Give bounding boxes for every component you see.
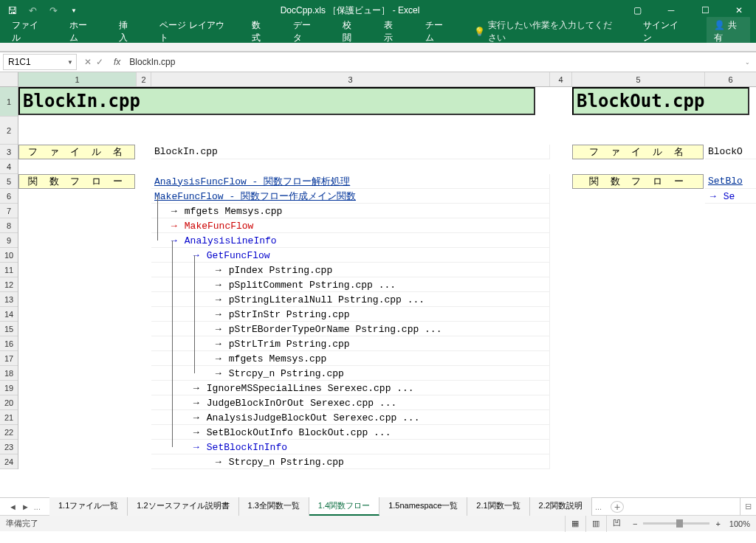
flow-item[interactable]: → GetFuncFlow bbox=[151, 248, 550, 263]
row-header[interactable]: 8 bbox=[0, 218, 18, 233]
ribbon-display-options[interactable]: ▢ bbox=[620, 5, 654, 15]
row-header[interactable]: 2 bbox=[0, 117, 18, 145]
normal-view-icon[interactable]: ▦ bbox=[565, 516, 585, 532]
tab-insert[interactable]: 挿入 bbox=[113, 15, 141, 49]
minimize-button[interactable]: ─ bbox=[654, 0, 688, 21]
file-value-right[interactable]: BlockO bbox=[705, 145, 756, 159]
flow-item[interactable]: → pSplitComment Pstring.cpp ... bbox=[151, 277, 550, 292]
row-header[interactable]: 11 bbox=[0, 263, 18, 277]
row-header[interactable]: 3 bbox=[0, 145, 18, 159]
sheet-tab[interactable]: 1.1ファイル一覧 bbox=[49, 497, 128, 516]
flow-item[interactable]: → IgnoreMSSpecialLines Serexec.cpp ... bbox=[151, 381, 550, 395]
flow-item-r6[interactable]: → Se bbox=[705, 189, 756, 204]
tab-team[interactable]: チーム bbox=[419, 15, 456, 49]
flow-item[interactable]: → Strcpy_n Pstring.cpp bbox=[151, 454, 550, 469]
row-header[interactable]: 12 bbox=[0, 277, 18, 292]
row-header[interactable]: 16 bbox=[0, 336, 18, 351]
flow-item[interactable]: → MakeFuncFlow bbox=[151, 218, 550, 233]
row-headers[interactable]: 123456789101112131415161718192021222324 bbox=[0, 87, 18, 469]
file-label-right[interactable]: フ ァ イ ル 名 bbox=[572, 145, 704, 159]
column-header[interactable]: 1 bbox=[18, 72, 137, 86]
page-break-view-icon[interactable]: 凹 bbox=[606, 516, 627, 532]
zoom-out-icon[interactable]: − bbox=[633, 519, 637, 528]
flow-item[interactable]: → pIndex Pstring.cpp bbox=[151, 263, 550, 277]
formula-input[interactable]: BlockIn.cpp bbox=[126, 57, 738, 67]
name-box[interactable]: R1C1 ▼ bbox=[3, 54, 77, 70]
sheet-nav-first-icon[interactable]: ◄ bbox=[9, 502, 17, 511]
flow-label-right[interactable]: 関 数 フ ロ ー bbox=[572, 174, 704, 189]
sheet-tab[interactable]: 1.4関数フロー bbox=[309, 497, 379, 516]
row-header[interactable]: 14 bbox=[0, 307, 18, 322]
tab-file[interactable]: ファイル bbox=[6, 15, 50, 49]
tab-data[interactable]: データ bbox=[287, 15, 323, 49]
row-header[interactable]: 5 bbox=[0, 174, 18, 189]
sheet-tab[interactable]: 2.2関数説明 bbox=[530, 497, 592, 516]
row-header[interactable]: 19 bbox=[0, 381, 18, 395]
zoom-slider[interactable]: − + bbox=[633, 519, 721, 528]
column-headers[interactable]: 123456 bbox=[18, 72, 756, 87]
flow-item[interactable]: → pStrLTrim Pstring.cpp bbox=[151, 336, 550, 351]
undo-icon[interactable]: ↶ bbox=[27, 4, 38, 16]
flow-label[interactable]: 関 数 フ ロ ー bbox=[18, 174, 135, 189]
flow-item[interactable]: → mfgets Memsys.cpp bbox=[151, 204, 550, 218]
fx-icon[interactable]: fx bbox=[108, 57, 126, 67]
row-header[interactable]: 15 bbox=[0, 322, 18, 336]
column-header[interactable]: 4 bbox=[550, 72, 572, 86]
spreadsheet-grid[interactable]: 123456 123456789101112131415161718192021… bbox=[0, 72, 756, 497]
tab-home[interactable]: ホーム bbox=[63, 15, 100, 49]
share-button[interactable]: 👤 共有 bbox=[707, 17, 750, 46]
flow-item[interactable]: MakeFuncFlow - 関数フロー作成メイン関数 bbox=[151, 189, 550, 204]
row-header[interactable]: 20 bbox=[0, 395, 18, 410]
row-header[interactable]: 7 bbox=[0, 204, 18, 218]
new-sheet-button[interactable]: + bbox=[611, 501, 624, 513]
sheet-tab[interactable]: 1.2ソースファイル説明書 bbox=[128, 497, 238, 516]
sheet-nav-next-icon[interactable]: ► bbox=[21, 502, 30, 511]
tab-page-layout[interactable]: ページ レイアウト bbox=[154, 15, 233, 49]
formula-expand-icon[interactable]: ⌄ bbox=[738, 59, 756, 66]
column-header[interactable]: 6 bbox=[705, 72, 756, 86]
row-header[interactable]: 6 bbox=[0, 189, 18, 204]
row-header[interactable]: 10 bbox=[0, 248, 18, 263]
flow-item[interactable]: → mfgets Memsys.cpp bbox=[151, 351, 550, 366]
tab-review[interactable]: 校閲 bbox=[337, 15, 365, 49]
row-header[interactable]: 18 bbox=[0, 366, 18, 381]
flow-item[interactable]: → JudgeBlockInOrOut Serexec.cpp ... bbox=[151, 395, 550, 410]
column-header[interactable]: 3 bbox=[151, 72, 550, 86]
row-header[interactable]: 4 bbox=[0, 159, 18, 174]
select-all-corner[interactable] bbox=[0, 72, 18, 87]
flow-item[interactable]: → pStrEBorderTypeOrName Pstring.cpp ... bbox=[151, 322, 550, 336]
sheet-tab[interactable]: 1.3全関数一覧 bbox=[239, 497, 309, 516]
flow-item[interactable]: AnalysisFuncFlow - 関数フロー解析処理 bbox=[151, 174, 550, 189]
cancel-formula-icon[interactable]: ✕ bbox=[84, 57, 92, 67]
flow-item[interactable]: → pStrInStr Pstring.cpp bbox=[151, 307, 550, 322]
title-block-right[interactable]: BlockOut.cpp bbox=[572, 87, 749, 115]
column-header[interactable]: 5 bbox=[572, 72, 705, 86]
flow-item[interactable]: → AnalysisLineInfo bbox=[151, 233, 550, 248]
sign-in-link[interactable]: サインイン bbox=[643, 19, 684, 44]
file-value[interactable]: BlockIn.cpp bbox=[151, 145, 550, 159]
row-header[interactable]: 13 bbox=[0, 292, 18, 307]
row-header[interactable]: 21 bbox=[0, 410, 18, 425]
row-header[interactable]: 22 bbox=[0, 425, 18, 440]
sheet-tab[interactable]: 1.5namespace一覧 bbox=[379, 497, 467, 516]
row-header[interactable]: 17 bbox=[0, 351, 18, 366]
flow-item[interactable]: → SetBlockInInfo bbox=[151, 440, 550, 454]
accept-formula-icon[interactable]: ✓ bbox=[96, 57, 103, 67]
page-layout-view-icon[interactable]: ▥ bbox=[585, 516, 606, 532]
sheet-tab[interactable]: 2.1関数一覧 bbox=[467, 497, 529, 516]
redo-icon[interactable]: ↷ bbox=[47, 4, 59, 16]
tab-formulas[interactable]: 数式 bbox=[246, 15, 274, 49]
flow-item[interactable]: → AnalysisJudgeBlockOut Serexec.cpp ... bbox=[151, 410, 550, 425]
zoom-level[interactable]: 100% bbox=[729, 519, 750, 528]
file-label[interactable]: フ ァ イ ル 名 bbox=[18, 145, 135, 159]
chevron-down-icon[interactable]: ▼ bbox=[67, 59, 76, 66]
row-header[interactable]: 24 bbox=[0, 454, 18, 469]
flow-item-r5[interactable]: SetBlo bbox=[705, 174, 756, 189]
column-header[interactable]: 2 bbox=[137, 72, 151, 86]
row-header[interactable]: 23 bbox=[0, 440, 18, 454]
row-header[interactable]: 1 bbox=[0, 87, 18, 117]
row-header[interactable]: 9 bbox=[0, 233, 18, 248]
zoom-in-icon[interactable]: + bbox=[715, 519, 720, 528]
tab-view[interactable]: 表示 bbox=[378, 15, 406, 49]
flow-item[interactable]: → Strcpy_n Pstring.cpp bbox=[151, 366, 550, 381]
